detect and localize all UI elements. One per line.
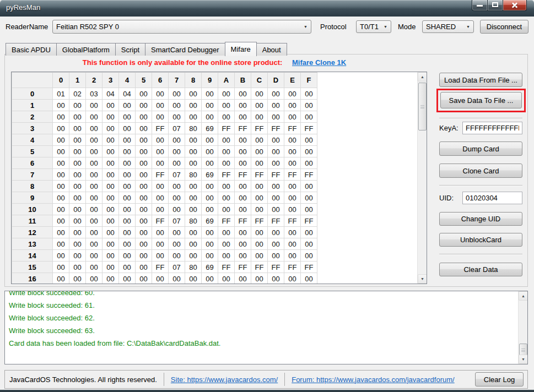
grid-cell[interactable]: 00 [169,204,185,215]
grid-cell[interactable]: 00 [185,146,202,157]
grid-cell[interactable]: 00 [69,111,86,123]
grid-cell[interactable]: 00 [119,111,136,123]
maximize-button[interactable] [488,0,503,11]
grid-cell[interactable]: 00 [86,273,103,285]
grid-cell[interactable]: 00 [136,204,152,215]
grid-cell[interactable]: 00 [202,111,218,123]
grid-cell[interactable]: 00 [185,181,202,192]
grid-cell[interactable]: 00 [268,100,284,111]
grid-cell[interactable]: 00 [169,181,185,192]
grid-cell[interactable]: 00 [268,192,284,204]
grid-cell[interactable]: 00 [251,88,268,100]
grid-cell[interactable]: 00 [69,250,86,262]
grid-cell[interactable]: 00 [235,146,251,157]
grid-cell[interactable]: 00 [235,204,251,215]
grid-cell[interactable]: 00 [86,157,103,169]
grid-cell[interactable]: 00 [218,100,235,111]
grid-cell[interactable]: 00 [53,146,69,157]
grid-cell[interactable]: 00 [136,134,152,146]
grid-cell[interactable]: 00 [69,123,86,134]
grid-cell[interactable]: 00 [301,192,317,204]
grid-cell[interactable]: 00 [169,100,185,111]
grid-cell[interactable]: 00 [119,227,136,238]
grid-cell[interactable]: 00 [152,157,169,169]
grid-cell[interactable]: 00 [251,111,268,123]
grid-cell[interactable]: 02 [69,88,86,100]
grid-cell[interactable]: 00 [136,192,152,204]
grid-cell[interactable]: 00 [284,273,301,285]
grid-cell[interactable]: 00 [119,157,136,169]
grid-cell[interactable]: 00 [119,181,136,192]
grid-cell[interactable]: 00 [136,181,152,192]
grid-cell[interactable]: 00 [53,204,69,215]
grid-cell[interactable]: 00 [251,238,268,250]
grid-cell[interactable]: 00 [251,273,268,285]
grid-cell[interactable]: 00 [69,100,86,111]
grid-cell[interactable]: 00 [69,134,86,146]
grid-cell[interactable]: 00 [86,215,103,227]
grid-cell[interactable]: FF [301,123,317,134]
grid-cell[interactable]: 00 [69,215,86,227]
keya-input[interactable] [462,122,522,134]
grid-cell[interactable]: 00 [235,192,251,204]
grid-cell[interactable]: 00 [53,134,69,146]
grid-cell[interactable]: 00 [119,134,136,146]
grid-cell[interactable]: 00 [202,204,218,215]
grid-cell[interactable]: 00 [69,204,86,215]
grid-cell[interactable]: FF [218,169,235,181]
grid-cell[interactable]: 00 [235,100,251,111]
grid-cell[interactable]: FF [251,123,268,134]
grid-cell[interactable]: 69 [202,123,218,134]
grid-cell[interactable]: 00 [268,273,284,285]
grid-cell[interactable]: 00 [136,250,152,262]
grid-cell[interactable]: 00 [152,111,169,123]
grid-cell[interactable]: 00 [218,157,235,169]
grid-cell[interactable]: 00 [185,111,202,123]
grid-cell[interactable]: 00 [86,181,103,192]
grid-cell[interactable]: 00 [218,181,235,192]
grid-cell[interactable]: 00 [53,215,69,227]
grid-cell[interactable]: 00 [268,181,284,192]
grid-cell[interactable]: 00 [301,146,317,157]
grid-cell[interactable]: 00 [235,157,251,169]
grid-cell[interactable]: 00 [152,146,169,157]
grid-cell[interactable]: 00 [284,250,301,262]
grid-cell[interactable]: 00 [103,192,119,204]
clear-log-button[interactable]: Clear Log [475,372,524,386]
grid-cell[interactable]: 00 [86,250,103,262]
grid-cell[interactable]: 00 [136,169,152,181]
grid-cell[interactable]: 00 [136,123,152,134]
grid-cell[interactable]: FF [301,262,317,273]
grid-cell[interactable]: FF [301,215,317,227]
grid-cell[interactable]: 00 [284,146,301,157]
grid-cell[interactable]: 00 [69,169,86,181]
grid-cell[interactable]: FF [218,215,235,227]
grid-cell[interactable]: 80 [185,123,202,134]
grid-cell[interactable]: FF [235,215,251,227]
grid-cell[interactable]: 00 [136,88,152,100]
grid-cell[interactable]: 00 [136,215,152,227]
grid-cell[interactable]: 00 [53,100,69,111]
grid-cell[interactable]: 00 [136,227,152,238]
tab-basic-apdu[interactable]: Basic APDU [6,43,57,56]
grid-cell[interactable]: 00 [301,111,317,123]
grid-cell[interactable]: 00 [218,146,235,157]
protocol-combobox[interactable]: T0/T1 ▼ [356,20,391,33]
grid-cell[interactable]: 00 [103,169,119,181]
grid-cell[interactable]: 00 [86,146,103,157]
grid-cell[interactable]: 00 [185,192,202,204]
grid-scrollbar-thumb[interactable] [418,83,427,130]
grid-cell[interactable]: 00 [103,111,119,123]
grid-cell[interactable]: 00 [136,111,152,123]
grid-cell[interactable]: 00 [169,238,185,250]
grid-cell[interactable]: 00 [202,250,218,262]
clear-data-button[interactable]: Clear Data [439,263,522,276]
grid-cell[interactable]: FF [268,169,284,181]
grid-cell[interactable]: 00 [218,111,235,123]
grid-cell[interactable]: 00 [119,273,136,285]
grid-cell[interactable]: 01 [53,88,69,100]
grid-cell[interactable]: 00 [136,146,152,157]
grid-cell[interactable]: 03 [86,88,103,100]
grid-cell[interactable]: 00 [103,227,119,238]
grid-cell[interactable]: 00 [235,273,251,285]
